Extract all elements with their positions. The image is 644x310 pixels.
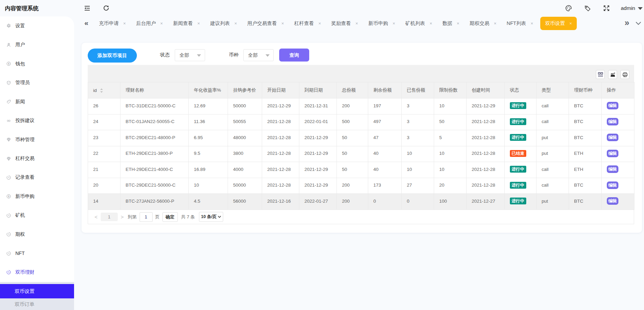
svg-text:$: $ bbox=[8, 62, 9, 65]
svg-text:$: $ bbox=[8, 195, 9, 198]
